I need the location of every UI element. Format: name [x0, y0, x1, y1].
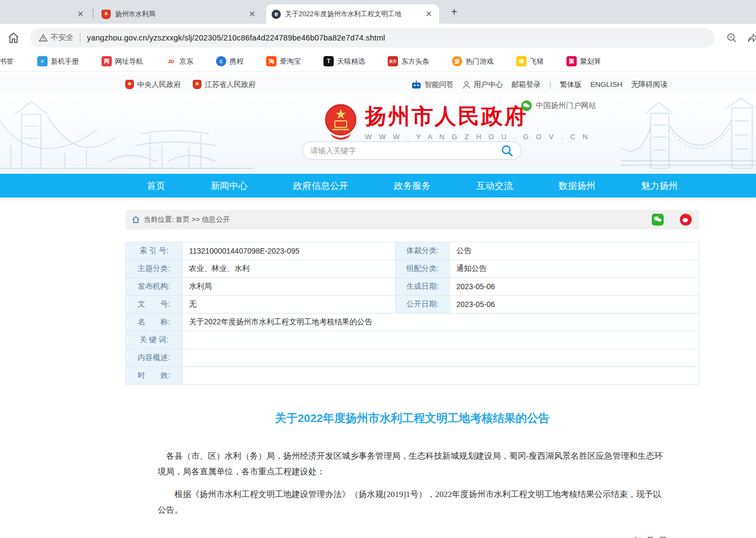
nav-interaction[interactable]: 互动交流 — [476, 180, 513, 192]
meta-value-genre: 公告 — [450, 242, 699, 260]
bookmark-phone-bookmarks[interactable]: 机书签 — [0, 57, 14, 66]
traditional-chinese-link[interactable]: 繁体版 — [560, 80, 582, 90]
link-central-government[interactable]: 中央人民政府 — [125, 80, 181, 90]
bookmark-label: 聚划算 — [580, 57, 601, 66]
breadcrumb-prefix: 当前位置: — [144, 215, 174, 224]
search-icon[interactable] — [501, 144, 514, 157]
accessibility-link[interactable]: 无障碍阅读 — [631, 80, 668, 90]
meta-value-topic: 农业、林业、水利 — [183, 260, 396, 278]
gov-link-label: 中央人民政府 — [137, 80, 181, 90]
new-tab-button[interactable]: + — [447, 5, 461, 19]
east-headlines-icon: 东方 — [388, 56, 398, 66]
bookmark-aitaobao[interactable]: 淘 爱淘宝 — [266, 56, 301, 66]
article: 关于2022年度扬州市水利工程文明工地考核结果的公告 各县（市、区）水利（务）局… — [125, 411, 699, 538]
table-row: 时 效: — [126, 367, 699, 385]
english-link[interactable]: ENGLISH — [590, 80, 622, 88]
article-paragraph: 根据《扬州市水利工程文明工地建设管理办法》（扬水规[2019]1号），2022年… — [158, 487, 667, 517]
article-paragraph: 各县（市、区）水利（务）局，扬州经济开发区城乡事务管理局，生态科技新城规划建设局… — [158, 448, 667, 479]
meta-label: 主题分类: — [126, 260, 183, 278]
nav-home[interactable]: 首页 — [147, 180, 165, 192]
table-row: 索 引 号: 11321000014407098E-2023-095 体裁分类:… — [126, 242, 699, 260]
meta-label: 体裁分类: — [396, 242, 450, 260]
tab-title: 扬州市水利局 — [115, 10, 156, 19]
zoom-out-icon[interactable] — [726, 32, 738, 44]
site-url: W W W . Y A N G Z H O U . G O V . C N — [365, 133, 590, 141]
bookmark-manual[interactable]: ≡ 新机手册 — [37, 56, 79, 66]
meta-value-doc-number: 无 — [183, 296, 396, 314]
table-row: 发布机构: 水利局 生成日期: 2023-05-06 — [126, 278, 699, 296]
bookmark-east-headlines[interactable]: 东方 东方头条 — [388, 56, 429, 66]
user-center-label: 用户中心 — [474, 80, 503, 90]
url-omnibox[interactable]: 不安全 yangzhou.gov.cn/yzszxxgk/slj/202305/… — [30, 28, 715, 47]
share-wechat-icon[interactable] — [652, 214, 664, 226]
hot-games-icon: 游 — [452, 56, 462, 66]
meta-value-index-number: 11321000014407098E-2023-095 — [183, 242, 396, 260]
national-emblem-favicon — [102, 10, 111, 19]
table-row: 主题分类: 农业、林业、水利 组配分类: 通知公告 — [126, 260, 699, 278]
omnibox-divider — [80, 33, 80, 43]
article-body: 各县（市、区）水利（务）局，扬州经济开发区城乡事务管理局，生态科技新城规划建设局… — [125, 448, 699, 538]
bookmark-label: 飞猪 — [530, 57, 544, 66]
meta-label: 发布机构: — [126, 278, 183, 296]
table-row: 文 号: 无 公开日期: 2023-05-06 — [126, 296, 699, 314]
nav-data-yangzhou[interactable]: 数据扬州 — [559, 180, 596, 192]
national-emblem-icon — [193, 80, 201, 89]
traditional-label: 繁体版 — [560, 80, 582, 90]
meta-value-title: 关于2022年度扬州市水利工程文明工地考核结果的公告 — [183, 314, 699, 331]
bookmark-site-nav[interactable]: 网 网址导航 — [102, 56, 143, 66]
bookmark-jd[interactable]: JD 京东 — [166, 56, 193, 66]
meta-value-publish-date: 2023-05-06 — [450, 296, 699, 314]
jd-logo-icon: JD — [166, 56, 176, 66]
breadcrumb-home-icon[interactable] — [132, 216, 140, 223]
juhuasuan-icon: 聚 — [566, 56, 577, 66]
table-row: 内容概述: — [126, 349, 699, 367]
share-weibo-icon[interactable] — [680, 214, 692, 226]
bookmark-tmall[interactable]: T 天猫精选 — [323, 56, 365, 66]
smart-qa-label: 智能问答 — [424, 80, 454, 90]
meta-label: 公开日期: — [396, 296, 450, 314]
nav-charming-yangzhou[interactable]: 魅力扬州 — [641, 180, 678, 192]
bookmark-fliggy[interactable]: 猪 飞猪 — [516, 56, 544, 66]
share-icon[interactable] — [746, 32, 756, 44]
table-row: 名 称: 关于2022年度扬州市水利工程文明工地考核结果的公告 — [126, 314, 699, 331]
manual-book-icon: ≡ — [37, 56, 48, 66]
search-input[interactable] — [310, 146, 501, 155]
user-center-link[interactable]: 用户中心 — [462, 80, 503, 90]
nav-gov-info-disclosure[interactable]: 政府信息公开 — [293, 180, 348, 192]
taobao-icon: 淘 — [266, 56, 276, 66]
tab-close-icon[interactable]: ✕ — [247, 9, 257, 19]
tab-partial[interactable]: ✕ — [65, 4, 97, 24]
portal-label: 中国扬州门户网站 — [536, 101, 596, 111]
address-bar: 不安全 yangzhou.gov.cn/yzszxxgk/slj/202305/… — [0, 24, 756, 51]
mail-login-label: 邮箱登录 — [511, 80, 541, 90]
tmall-icon: T — [323, 56, 334, 66]
bookmark-label: 东方头条 — [401, 57, 429, 66]
bookmark-juhuasuan[interactable]: 聚 聚划算 — [566, 56, 601, 66]
home-icon[interactable] — [6, 31, 21, 45]
link-jiangsu-government[interactable]: 江苏省人民政府 — [193, 80, 256, 90]
smart-qa-link[interactable]: 智能问答 — [411, 80, 454, 90]
bookmark-label: 天猫精选 — [337, 57, 365, 66]
bookmark-label: 新机手册 — [51, 57, 79, 66]
bookmark-label: 京东 — [179, 57, 193, 66]
site-nav-icon: 网 — [102, 56, 112, 66]
url-text[interactable]: yangzhou.gov.cn/yzszxxgk/slj/202305/210c… — [87, 33, 385, 42]
bookmark-hot-games[interactable]: 游 热门游戏 — [452, 56, 494, 66]
mail-login-link[interactable]: 邮箱登录 — [511, 80, 541, 90]
not-secure-warning-icon — [39, 34, 48, 42]
utility-divider: | — [549, 80, 551, 88]
bookmark-label: 携程 — [230, 57, 244, 66]
nav-news-center[interactable]: 新闻中心 — [211, 180, 248, 192]
meta-label: 内容概述: — [126, 349, 183, 367]
tab-active-announcement[interactable]: e 关于2022年度扬州市水利工程文明工地 ✕ — [266, 4, 439, 24]
tab-title: 关于2022年度扬州市水利工程文明工地 — [285, 10, 401, 19]
bookmark-ctrip[interactable]: c 携程 — [216, 56, 244, 66]
tab-water-bureau[interactable]: 扬州市水利局 ✕ — [96, 4, 262, 24]
nav-gov-services[interactable]: 政务服务 — [394, 180, 431, 192]
bookmarks-bar: 机书签 ≡ 新机手册 网 网址导航 JD 京东 c 携程 淘 爱淘宝 T 天猫精… — [0, 51, 756, 72]
breadcrumb-path[interactable]: 首页 >> 信息公开 — [176, 215, 230, 224]
tab-close-icon[interactable]: ✕ — [424, 9, 434, 19]
tab-close-icon[interactable]: ✕ — [76, 9, 85, 19]
tab-separator — [93, 9, 93, 18]
english-label: ENGLISH — [590, 80, 622, 88]
